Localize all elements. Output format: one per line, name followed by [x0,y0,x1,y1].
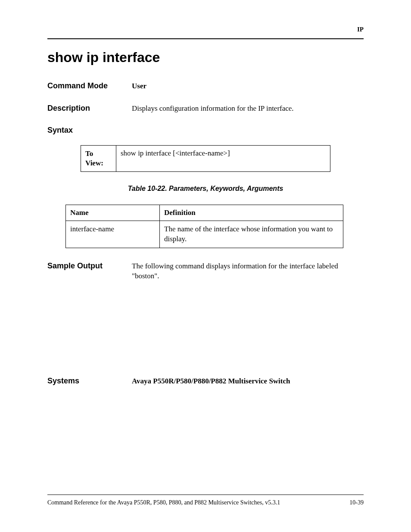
description-label: Description [47,104,132,113]
footer-page-number: 10-39 [349,499,364,506]
footer-rule [47,495,364,495]
sample-output-label: Sample Output [47,261,132,271]
command-mode-row: Command Mode User [47,81,364,91]
sample-output-value: The following command displays informati… [132,261,364,282]
footer-doc-title: Command Reference for the Avaya P550R, P… [47,499,280,506]
top-rule [47,38,364,39]
sample-output-row: Sample Output The following command disp… [47,261,364,282]
systems-label: Systems [47,376,132,386]
command-mode-value: User [132,81,364,91]
description-value: Displays configuration information for t… [132,103,364,114]
params-header-name: Name [66,205,160,221]
params-table: Name Definition interface-name The name … [65,205,343,248]
table-row: interface-name The name of the interface… [66,221,343,248]
description-row: Description Displays configuration infor… [47,103,364,114]
header-category: IP [47,26,364,33]
page-title: show ip interface [47,50,364,65]
syntax-table: To View: show ip interface [<interface-n… [81,145,330,172]
syntax-label: Syntax [47,126,364,135]
syntax-command: show ip interface [<interface-name>] [116,145,330,171]
params-table-caption: Table 10-22. Parameters, Keywords, Argum… [47,185,364,193]
param-name: interface-name [66,221,160,248]
systems-row: Systems Avaya P550R/P580/P880/P882 Multi… [47,376,364,386]
command-mode-label: Command Mode [47,81,132,90]
syntax-to-view: To View: [81,145,116,171]
param-definition: The name of the interface whose informat… [160,221,343,248]
page-footer: Command Reference for the Avaya P550R, P… [47,495,364,506]
systems-value: Avaya P550R/P580/P880/P882 Multiservice … [132,376,364,386]
params-header-definition: Definition [160,205,343,221]
